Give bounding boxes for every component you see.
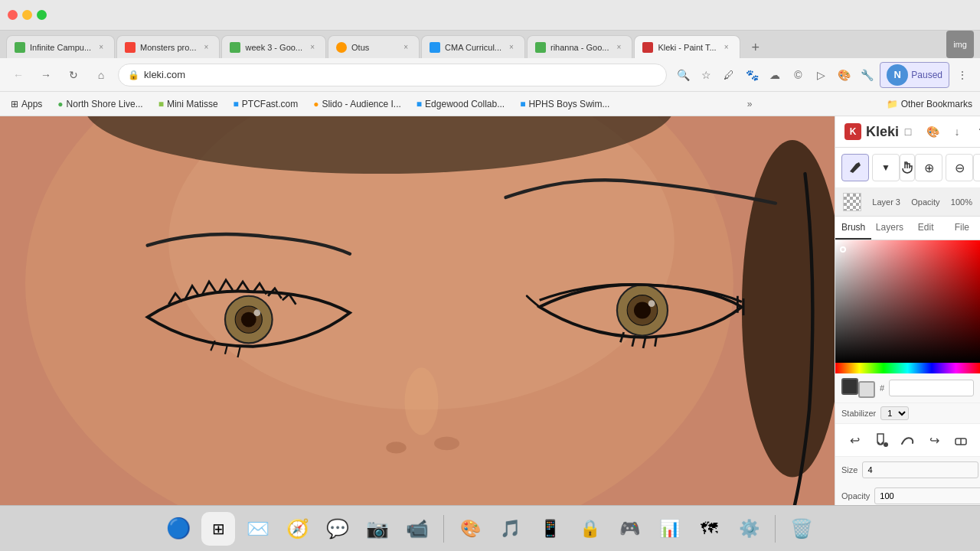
tab-monsters[interactable]: Monsters pro... × — [116, 35, 220, 58]
color-picker: # Stabilizer 1 2 3 — [835, 240, 980, 423]
tab-close-button[interactable]: × — [307, 42, 318, 53]
apps-icon: ⊞ — [11, 99, 18, 109]
tab-close-button[interactable]: × — [96, 42, 106, 53]
reload-button[interactable]: ↻ — [63, 64, 84, 86]
dock-facetime[interactable]: 📹 — [400, 512, 434, 546]
back-button[interactable]: ← — [8, 64, 29, 86]
bookmarks-bar: ⊞ Apps ● North Shore Live... ■ Mini Mati… — [0, 92, 980, 116]
layer-thumbnail — [843, 193, 861, 211]
extension-icon1[interactable]: 🖊 — [719, 65, 739, 85]
tab-close-button[interactable]: × — [721, 42, 732, 53]
bookmark-slido[interactable]: ● Slido - Audience I... — [310, 97, 404, 111]
extension-icon2[interactable]: 🐾 — [742, 65, 762, 85]
bookmarks-more-button[interactable]: » — [747, 99, 753, 109]
color-saturation-gradient[interactable] — [835, 240, 980, 363]
tab-brush[interactable]: Brush — [835, 217, 871, 240]
bookmark-ptcfast[interactable]: ■ PTCFast.com — [230, 97, 302, 111]
dock-finder[interactable]: 🔵 — [162, 512, 195, 546]
canvas-icon[interactable]: □ — [899, 122, 917, 141]
tab-title: CMA Curricul... — [445, 43, 501, 52]
dock-app6[interactable]: 📊 — [652, 512, 686, 546]
tab-rihanna[interactable]: rihanna - Goo... × — [527, 35, 632, 58]
tab-cma[interactable]: CMA Curricul... × — [421, 35, 525, 58]
smudge-button[interactable] — [896, 429, 919, 452]
extension-icon5[interactable]: ▷ — [811, 65, 831, 85]
tab-week3[interactable]: week 3 - Goo... × — [221, 35, 326, 58]
drawing-overlay — [0, 116, 835, 505]
menu-icon[interactable]: ⋮ — [952, 65, 972, 85]
zoom-in-button[interactable]: ⊕ — [915, 154, 942, 181]
other-bookmarks-button[interactable]: 📁 Other Bookmarks — [887, 99, 972, 109]
tab-close-button[interactable]: × — [613, 42, 624, 53]
close-button[interactable] — [8, 10, 18, 20]
tab-edit[interactable]: Edit — [908, 217, 944, 240]
bookmark-edgewood[interactable]: ■ Edgewood Collab... — [413, 97, 508, 111]
dock-photos[interactable]: 📷 — [361, 512, 394, 546]
primary-color-swatch[interactable] — [841, 378, 858, 395]
dock-trash[interactable]: 🗑️ — [785, 512, 818, 546]
extension-icon3[interactable]: ☁ — [765, 65, 785, 85]
tab-file[interactable]: File — [944, 217, 980, 240]
dock-app8[interactable]: ⚙️ — [732, 512, 766, 546]
hand-tool-button[interactable] — [900, 154, 915, 181]
paused-button[interactable]: N Paused — [880, 62, 949, 88]
dock-mail[interactable]: ✉️ — [241, 512, 275, 546]
bookmark-northshore[interactable]: ● North Shore Live... — [54, 97, 145, 111]
dock-app2[interactable]: 🎵 — [493, 512, 527, 546]
opacity-input[interactable] — [874, 487, 980, 504]
help-icon[interactable]: ? — [972, 122, 980, 141]
undo-button[interactable]: ↩ — [843, 429, 866, 452]
dock-app7[interactable]: 🗺 — [692, 512, 726, 546]
bookmark-star-icon[interactable]: ☆ — [696, 65, 716, 85]
zoom-out-button[interactable]: ⊖ — [946, 154, 973, 181]
color-spectrum[interactable] — [835, 363, 980, 373]
fill-bucket-button[interactable] — [870, 429, 893, 452]
brush-tool-group: ▼ — [841, 154, 900, 181]
dock-app4[interactable]: 🔒 — [573, 512, 606, 546]
dock-launchpad[interactable]: ⊞ — [201, 512, 235, 546]
stabilizer-label: Stabilizer — [841, 409, 876, 418]
content-area: K Kleki □ 🎨 ↓ ? ▼ — [0, 116, 980, 505]
canvas-area[interactable] — [0, 116, 835, 505]
bookmark-minimatisse[interactable]: ■ Mini Matisse — [155, 97, 221, 111]
color-gradient-container[interactable] — [835, 240, 980, 363]
hex-input[interactable] — [889, 380, 974, 396]
color-icon[interactable]: 🎨 — [923, 122, 942, 141]
dock-app3[interactable]: 📱 — [533, 512, 567, 546]
pen-tool-button[interactable] — [841, 154, 869, 181]
svg-point-14 — [634, 302, 651, 318]
bookmark-label: HPHS Boys Swim... — [528, 99, 609, 109]
tab-kleki[interactable]: Kleki - Paint T... × — [634, 35, 740, 58]
tab-close-button[interactable]: × — [506, 42, 517, 53]
secondary-color-swatch[interactable] — [858, 381, 875, 398]
rotate-left-button[interactable]: ↺ — [973, 154, 980, 181]
brush-dropdown-button[interactable]: ▼ — [872, 154, 900, 181]
stabilizer-select[interactable]: 1 2 3 — [880, 406, 909, 420]
tab-close-button[interactable]: × — [201, 42, 211, 53]
new-tab-button[interactable]: + — [745, 37, 766, 58]
redo-button[interactable]: ↪ — [923, 429, 946, 452]
bookmark-hphs[interactable]: ■ HPHS Boys Swim... — [517, 97, 612, 111]
download-icon[interactable]: ↓ — [948, 122, 966, 141]
eraser-button[interactable] — [949, 429, 972, 452]
size-input[interactable] — [862, 461, 978, 478]
tab-otus[interactable]: Otus × — [328, 35, 420, 58]
dock-app5[interactable]: 🎮 — [612, 512, 646, 546]
minimize-button[interactable] — [22, 10, 32, 20]
maximize-button[interactable] — [37, 10, 47, 20]
dock-app1[interactable]: 🎨 — [453, 512, 487, 546]
tab-favicon — [125, 42, 136, 53]
search-icon[interactable]: 🔍 — [673, 65, 693, 85]
extension-icon7[interactable]: 🔧 — [857, 65, 877, 85]
dock-safari[interactable]: 🧭 — [281, 512, 315, 546]
extension-icon6[interactable]: 🎨 — [834, 65, 854, 85]
bookmark-apps[interactable]: ⊞ Apps — [8, 97, 45, 111]
extension-icon4[interactable]: © — [788, 65, 808, 85]
tab-layers[interactable]: Layers — [871, 217, 907, 240]
tab-infinite-campus[interactable]: Infinite Campu... × — [6, 35, 115, 58]
home-button[interactable]: ⌂ — [90, 64, 112, 86]
dock-messages[interactable]: 💬 — [321, 512, 354, 546]
tab-close-button[interactable]: × — [400, 42, 411, 53]
url-bar[interactable]: 🔒 kleki.com — [118, 64, 667, 86]
forward-button[interactable]: → — [35, 64, 57, 86]
